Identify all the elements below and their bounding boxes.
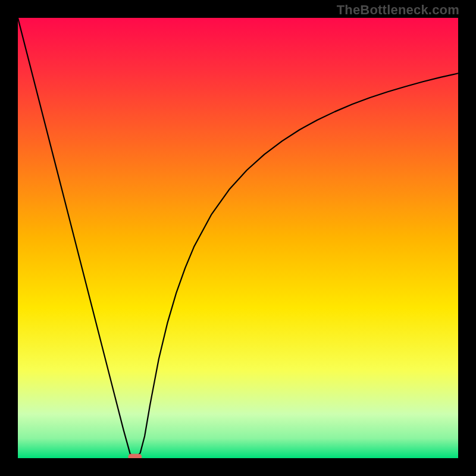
svg-rect-0 [129,454,142,458]
chart-frame: TheBottleneck.com [0,0,476,476]
watermark-text: TheBottleneck.com [337,2,459,18]
gradient-background [18,18,458,458]
plot-svg [18,18,458,458]
minimum-marker [129,454,142,458]
plot-area [18,18,458,458]
